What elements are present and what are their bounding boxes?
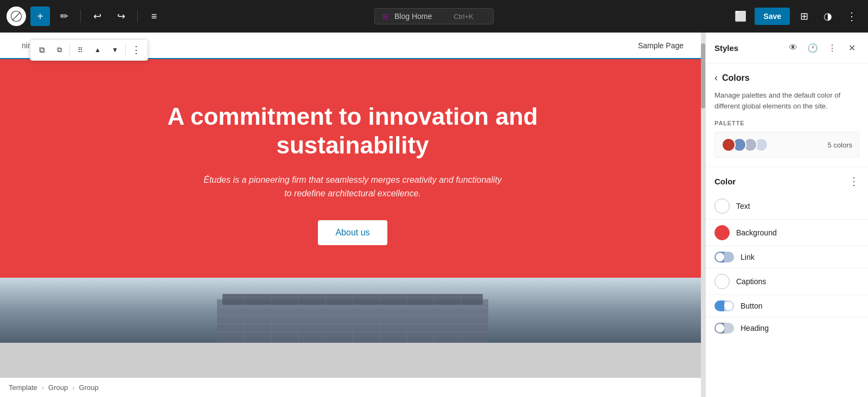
palette-row[interactable]: 5 colors (714, 132, 859, 158)
search-bar-text: Blog Home (394, 12, 432, 21)
text-color-swatch (714, 198, 730, 214)
link-color-toggle (714, 252, 734, 262)
button-color-label: Button (741, 302, 762, 310)
top-toolbar: + ✏ ↩ ↪ ≡ ⊞ Blog Home Ctrl+K ⬜ Save ⊞ ◑ … (0, 0, 868, 33)
block-drag-button[interactable]: ⠿ (72, 42, 88, 58)
color-item-text[interactable]: Text (706, 193, 868, 219)
block-toolbar-divider-2 (125, 44, 126, 55)
heading-color-toggle (714, 323, 734, 334)
sidebar-toggle-button[interactable]: ⊞ (794, 7, 814, 26)
block-move-down-button[interactable]: ▼ (107, 42, 123, 58)
theme-mode-button[interactable]: ◑ (818, 7, 838, 26)
text-color-label: Text (736, 202, 750, 210)
back-arrow-icon: ‹ (714, 72, 718, 84)
add-block-button[interactable]: + (30, 7, 50, 26)
block-toolbar-divider (69, 44, 70, 55)
link-toggle-knob (716, 253, 724, 261)
breadcrumb-sep-1: › (42, 383, 44, 392)
palette-label: PALETTE (714, 120, 859, 126)
list-view-button[interactable]: ≡ (144, 7, 164, 26)
search-bar-icon: ⊞ (382, 12, 389, 21)
captions-color-label: Captions (736, 277, 766, 286)
block-toolbar: ⧉ ⧉ ⠿ ▲ ▼ ⋮ (30, 39, 148, 61)
colors-title: Colors (722, 73, 750, 83)
center-search: ⊞ Blog Home Ctrl+K (374, 8, 494, 24)
right-panel: Styles 👁 🕐 ⋮ ✕ ‹ Colors Manage palettes … (705, 33, 868, 397)
scrollbar-track[interactable] (701, 33, 705, 397)
block-move-up-button[interactable]: ▲ (90, 42, 106, 58)
color-item-button[interactable]: Button (706, 294, 868, 317)
colors-description: Manage palettes and the default color of… (714, 90, 859, 111)
block-copy-button[interactable]: ⧉ (34, 42, 50, 58)
search-bar[interactable]: ⊞ Blog Home Ctrl+K (374, 8, 494, 24)
site-nav: Sample Page (638, 41, 684, 50)
device-view-button[interactable]: ⬜ (731, 7, 750, 26)
color-items-list: Text Background Link Captions (706, 193, 868, 339)
button-toggle-knob (724, 302, 733, 310)
toolbar-divider-2 (137, 10, 138, 23)
palette-count: 5 colors (827, 141, 852, 149)
save-button[interactable]: Save (755, 8, 790, 25)
background-color-swatch (714, 225, 730, 240)
eye-icon[interactable]: 👁 (786, 40, 801, 55)
hero-subtitle: Études is a pioneering firm that seamles… (201, 173, 505, 201)
panel-header: Styles 👁 🕐 ⋮ ✕ (706, 33, 868, 63)
scrollbar-thumb[interactable] (701, 43, 705, 108)
redo-button[interactable]: ↪ (111, 7, 131, 26)
breadcrumb-sep-2: › (72, 383, 74, 392)
palette-swatches (722, 138, 768, 152)
breadcrumb-group-1[interactable]: Group (48, 383, 68, 392)
toolbar-right: ⬜ Save ⊞ ◑ ⋮ (731, 7, 861, 26)
canvas-area: ⧉ ⧉ ⠿ ▲ ▼ ⋮ ning-bb7c24.instawp.xyz Samp… (0, 33, 705, 397)
preview-frame[interactable]: ning-bb7c24.instawp.xyz Sample Page A co… (0, 33, 705, 377)
color-item-background[interactable]: Background (706, 219, 868, 246)
search-shortcut: Ctrl+K (454, 12, 473, 21)
color-section-header: Color ⋮ (706, 167, 868, 193)
swatch-1 (722, 138, 736, 152)
color-section-menu-button[interactable]: ⋮ (848, 175, 859, 188)
colors-section: ‹ Colors Manage palettes and the default… (706, 63, 868, 167)
background-color-label: Background (736, 228, 777, 237)
building-image-section (0, 278, 705, 343)
hero-section: A commitment to innovation and sustainab… (0, 59, 705, 278)
color-item-captions[interactable]: Captions (706, 268, 868, 294)
color-item-heading[interactable]: Heading (706, 317, 868, 339)
link-color-label: Link (741, 253, 755, 261)
toolbar-divider-1 (80, 10, 81, 23)
captions-color-swatch (714, 274, 730, 289)
undo-button[interactable]: ↩ (87, 7, 107, 26)
tool-button[interactable]: ✏ (54, 7, 74, 26)
block-more-button[interactable]: ⋮ (128, 42, 144, 58)
panel-title: Styles (714, 43, 781, 53)
breadcrumb-bar: Template › Group › Group (0, 377, 705, 397)
breadcrumb-group-2[interactable]: Group (79, 383, 99, 392)
building-svg (190, 289, 515, 343)
hero-title: A commitment to innovation and sustainab… (163, 103, 542, 160)
history-icon[interactable]: 🕐 (805, 40, 820, 55)
breadcrumb-template[interactable]: Template (9, 383, 37, 392)
color-section-title: Color (714, 177, 736, 186)
hero-about-button[interactable]: About us (318, 220, 387, 245)
building-image (0, 278, 705, 343)
color-item-link[interactable]: Link (706, 246, 868, 268)
panel-close-button[interactable]: ✕ (844, 40, 859, 55)
more-menu-button[interactable]: ⋮ (842, 7, 861, 26)
main-area: ⧉ ⧉ ⠿ ▲ ▼ ⋮ ning-bb7c24.instawp.xyz Samp… (0, 33, 868, 397)
button-color-toggle (714, 300, 734, 311)
panel-more-button[interactable]: ⋮ (825, 40, 840, 55)
heading-color-label: Heading (741, 324, 769, 332)
block-duplicate-button[interactable]: ⧉ (51, 42, 67, 58)
heading-toggle-knob (716, 324, 724, 332)
back-button[interactable]: ‹ Colors (714, 72, 859, 84)
wp-logo[interactable] (7, 7, 26, 26)
